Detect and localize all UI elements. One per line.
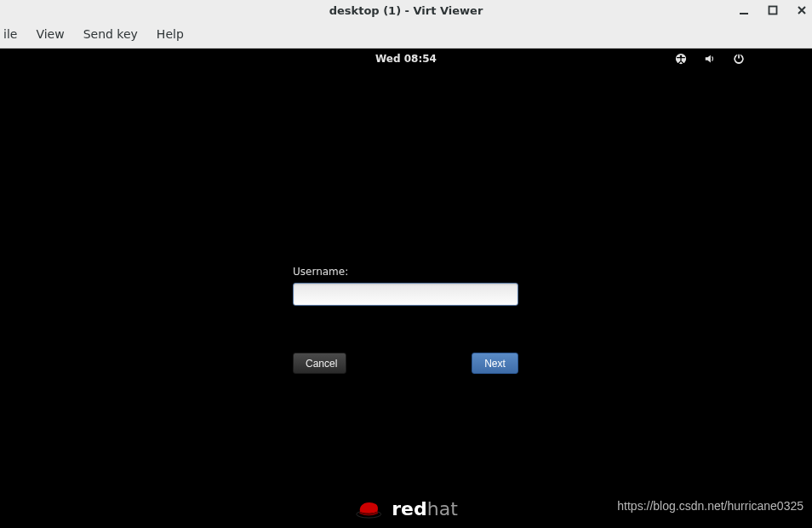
maximize-button[interactable]	[766, 3, 780, 17]
username-input[interactable]	[293, 283, 518, 306]
login-form: Username:	[293, 266, 518, 306]
menu-view[interactable]: View	[34, 24, 66, 44]
username-label: Username:	[293, 266, 518, 278]
gnome-topbar: Wed 08:54	[0, 49, 812, 69]
accessibility-icon[interactable]	[674, 52, 688, 66]
virt-viewer-window: desktop (1) - Virt Viewer ile View Send …	[0, 0, 812, 528]
clock[interactable]: Wed 08:54	[375, 53, 437, 65]
watermark-text: https://blog.csdn.net/hurricane0325	[617, 499, 803, 513]
fedora-hat-icon	[354, 497, 383, 519]
power-icon[interactable]	[732, 52, 746, 66]
menubar: ile View Send key Help	[0, 20, 812, 49]
svg-rect-0	[740, 13, 748, 14]
menu-help[interactable]: Help	[155, 24, 186, 44]
window-title: desktop (1) - Virt Viewer	[329, 4, 483, 17]
topbar-status-area	[674, 52, 746, 66]
redhat-logo: redhat	[354, 497, 458, 519]
login-button-row: Cancel Next	[293, 353, 518, 374]
vm-display: Wed 08:54 Username: Cancel Next	[0, 49, 812, 528]
titlebar: desktop (1) - Virt Viewer	[0, 0, 812, 20]
volume-icon[interactable]	[703, 52, 717, 66]
minimize-button[interactable]	[737, 3, 751, 17]
menu-sendkey[interactable]: Send key	[82, 24, 140, 44]
menu-file[interactable]: ile	[2, 24, 19, 44]
window-controls	[737, 3, 809, 17]
cancel-button[interactable]: Cancel	[293, 353, 346, 374]
svg-rect-1	[769, 7, 777, 14]
next-button[interactable]: Next	[472, 353, 518, 374]
svg-point-3	[680, 55, 683, 58]
close-button[interactable]	[795, 3, 809, 17]
redhat-wordmark: redhat	[392, 498, 458, 519]
